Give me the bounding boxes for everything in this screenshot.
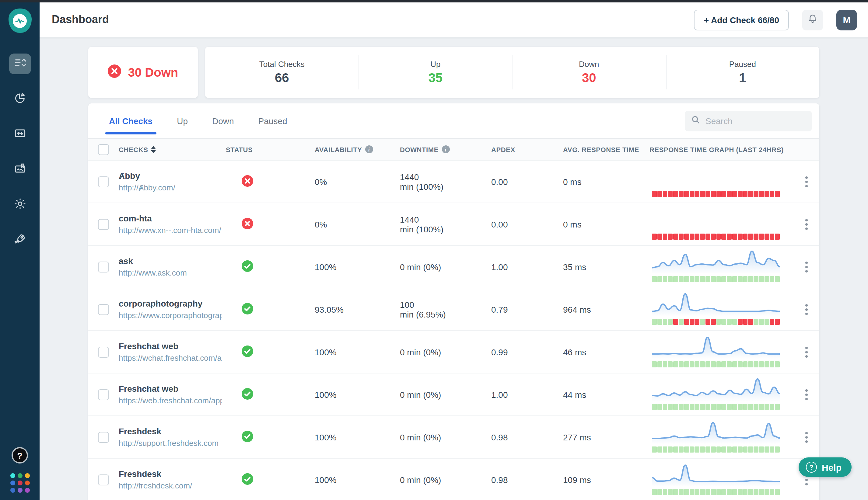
add-check-button[interactable]: + Add Check 66/80 <box>694 9 789 30</box>
row-checkbox[interactable] <box>98 176 109 187</box>
sidebar-item-badges[interactable] <box>9 159 31 180</box>
uptime-strip <box>652 361 780 367</box>
response-time-graph <box>646 246 794 288</box>
availability-info-icon[interactable]: i <box>365 145 373 153</box>
uptime-strip <box>652 446 780 453</box>
check-url[interactable]: https://web.freshchat.com/app/… <box>119 396 222 405</box>
response-time-graph <box>646 288 794 330</box>
check-url[interactable]: http://www.xn--.com-hta.com/ <box>119 226 222 235</box>
tab-all-checks[interactable]: All Checks <box>109 103 153 138</box>
select-all-checkbox[interactable] <box>98 144 109 155</box>
response-time-graph <box>646 331 794 373</box>
response-time-graph <box>646 459 794 500</box>
check-name: Freshchat web <box>119 341 222 351</box>
avg-response-value: 46 ms <box>559 347 646 357</box>
sidebar-item-settings-gear[interactable] <box>9 195 31 215</box>
tab-down[interactable]: Down <box>212 103 234 138</box>
main: 30 Down Total Checks 66 Up 35 Down 30 Pa… <box>40 38 868 500</box>
downtime-value: 100min (6.95%) <box>396 299 488 319</box>
row-checkbox[interactable] <box>98 219 109 230</box>
downtime-value: 0 min (0%) <box>396 262 488 272</box>
checks-table-card: All Checks Up Down Paused CHECKS STATUS <box>88 103 819 500</box>
tab-up[interactable]: Up <box>177 103 188 138</box>
top-strip <box>0 0 868 2</box>
check-url[interactable]: https://www.corporaphotograp… <box>119 311 222 320</box>
check-url[interactable]: http://freshdesk.com/ <box>119 481 222 490</box>
check-name: ask <box>119 256 222 266</box>
status-up-icon <box>242 306 253 316</box>
status-pages-icon <box>13 126 26 142</box>
check-url[interactable]: http://Ⱥbby.com/ <box>119 183 222 192</box>
row-menu-kebab[interactable] <box>794 216 819 232</box>
table-header: CHECKS STATUS AVAILABILITY i DOWNTIME i … <box>88 139 819 161</box>
sidebar-help-icon[interactable]: ? <box>12 447 28 464</box>
table-row[interactable]: Freshchat web https://web.freshchat.com/… <box>88 374 819 416</box>
avg-response-value: 35 ms <box>559 262 646 272</box>
uptime-strip <box>652 319 780 325</box>
response-time-sparkline <box>652 248 780 274</box>
row-checkbox[interactable] <box>98 346 109 357</box>
notifications-button[interactable] <box>802 9 823 30</box>
apdex-value: 0.98 <box>488 432 559 442</box>
response-time-graph <box>646 374 794 416</box>
badges-icon <box>13 162 26 178</box>
check-name: com-hta <box>119 214 222 223</box>
freshping-dashboard: ? Dashboard + Add Check 66/80 M 30 Down <box>0 0 868 500</box>
apdex-value: 0.00 <box>488 177 559 186</box>
uptime-strip <box>652 276 780 282</box>
search-icon <box>691 115 701 127</box>
help-button[interactable]: ? Help <box>799 457 851 477</box>
sidebar-item-reports-pie[interactable] <box>9 89 31 110</box>
table-row[interactable]: Freshdesk http://support.freshdesk.com 1… <box>88 416 819 459</box>
avatar[interactable]: M <box>836 9 857 30</box>
row-menu-kebab[interactable] <box>794 387 819 402</box>
search-input[interactable] <box>705 116 797 126</box>
row-checkbox[interactable] <box>98 261 109 272</box>
apdex-value: 0.99 <box>488 347 559 357</box>
page-title: Dashboard <box>52 13 109 26</box>
table-row[interactable]: Freshchat web https://wchat.freshchat.co… <box>88 331 819 374</box>
tab-paused[interactable]: Paused <box>258 103 287 138</box>
row-menu-kebab[interactable] <box>794 429 819 445</box>
header: Dashboard + Add Check 66/80 M <box>40 2 868 38</box>
sidebar-item-status-pages[interactable] <box>9 124 31 145</box>
status-down-icon <box>242 179 253 188</box>
table-row[interactable]: Ⱥbby http://Ⱥbby.com/ 0% 1440min (100%) … <box>88 161 819 203</box>
apdex-value: 1.00 <box>488 390 559 399</box>
check-url[interactable]: http://support.freshdesk.com <box>119 439 222 448</box>
response-time-graph <box>646 416 794 458</box>
checks-list-icon <box>13 56 26 72</box>
row-menu-kebab[interactable] <box>794 174 819 190</box>
sidebar-item-checks-list[interactable] <box>9 54 31 74</box>
check-name: Freshdesk <box>119 427 222 436</box>
row-menu-kebab[interactable] <box>794 259 819 275</box>
table-row[interactable]: com-hta http://www.xn--.com-hta.com/ 0% … <box>88 203 819 246</box>
table-row[interactable]: ask http://www.ask.com 100% 0 min (0%) 1… <box>88 246 819 288</box>
stat-total-checks: Total Checks 66 <box>205 47 359 98</box>
sort-icon[interactable] <box>151 146 156 153</box>
check-name: corporaphotography <box>119 299 222 308</box>
table-row[interactable]: corporaphotography https://www.corporaph… <box>88 288 819 331</box>
freshping-logo[interactable] <box>8 9 31 33</box>
row-checkbox[interactable] <box>98 474 109 485</box>
uptime-strip <box>652 404 780 410</box>
apdex-value: 1.00 <box>488 262 559 272</box>
app-switcher-icon[interactable] <box>10 473 30 493</box>
settings-gear-icon <box>13 197 26 213</box>
check-url[interactable]: http://www.ask.com <box>119 268 222 277</box>
row-checkbox[interactable] <box>98 432 109 443</box>
downtime-value: 1440min (100%) <box>396 214 488 234</box>
downtime-info-icon[interactable]: i <box>442 145 449 153</box>
search-box[interactable] <box>685 110 812 131</box>
sidebar-item-upgrade-rocket[interactable] <box>9 230 31 251</box>
response-time-graph <box>646 203 794 245</box>
table-row[interactable]: Freshdesk http://freshdesk.com/ 100% 0 m… <box>88 459 819 500</box>
row-checkbox[interactable] <box>98 389 109 400</box>
avg-response-value: 277 ms <box>559 432 646 442</box>
row-menu-kebab[interactable] <box>794 302 819 317</box>
row-checkbox[interactable] <box>98 304 109 315</box>
stat-up: Up 35 <box>359 47 513 98</box>
row-menu-kebab[interactable] <box>794 344 819 360</box>
avg-response-value: 964 ms <box>559 305 646 314</box>
check-url[interactable]: https://wchat.freshchat.com/ap… <box>119 353 222 363</box>
